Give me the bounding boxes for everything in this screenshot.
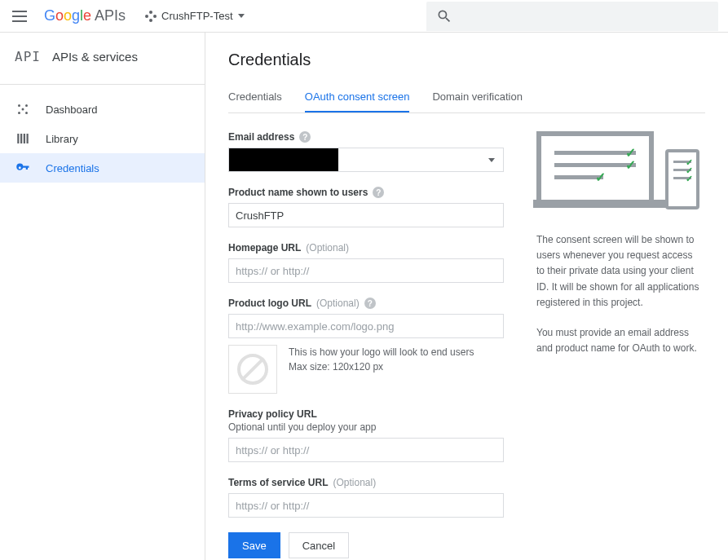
info-paragraph-1: The consent screen will be shown to user… bbox=[536, 232, 699, 311]
homepage-input[interactable] bbox=[228, 258, 504, 283]
tab-domain-verification[interactable]: Domain verification bbox=[432, 90, 523, 112]
tos-input[interactable] bbox=[228, 493, 504, 518]
svg-point-0 bbox=[22, 108, 24, 111]
help-icon[interactable]: ? bbox=[364, 298, 376, 309]
form-column: Email address ? Product name shown to us… bbox=[228, 131, 504, 558]
field-privacy: Privacy policy URL Optional until you de… bbox=[228, 408, 504, 462]
main-content: Credentials Credentials OAuth consent sc… bbox=[205, 33, 728, 560]
sidebar: API APIs & services Dashboard Library bbox=[0, 33, 205, 560]
help-icon[interactable]: ? bbox=[299, 131, 311, 143]
save-button[interactable]: Save bbox=[228, 532, 280, 558]
nav-library[interactable]: Library bbox=[0, 124, 205, 153]
svg-point-4 bbox=[25, 112, 28, 114]
library-icon bbox=[15, 131, 31, 146]
menu-icon[interactable] bbox=[10, 7, 29, 26]
svg-rect-7 bbox=[24, 134, 25, 143]
page-title: Credentials bbox=[228, 51, 705, 69]
project-name: CrushFTP-Test bbox=[161, 10, 232, 22]
email-value-redacted bbox=[229, 148, 338, 171]
api-mark: API bbox=[15, 49, 41, 64]
svg-point-2 bbox=[25, 104, 28, 107]
email-select[interactable] bbox=[228, 148, 504, 172]
privacy-sublabel: Optional until you deploy your app bbox=[228, 421, 504, 433]
caret-down-icon bbox=[488, 158, 495, 162]
field-logo-url: Product logo URL (Optional) ? This is ho… bbox=[228, 298, 504, 394]
project-icon bbox=[145, 11, 157, 22]
tab-credentials[interactable]: Credentials bbox=[228, 90, 282, 112]
info-paragraph-2: You must provide an email address and pr… bbox=[536, 325, 699, 356]
google-apis-logo[interactable]: Google APIs bbox=[44, 7, 126, 24]
cancel-button[interactable]: Cancel bbox=[289, 532, 349, 558]
logo-url-input[interactable] bbox=[228, 314, 504, 338]
project-picker[interactable]: CrushFTP-Test bbox=[140, 7, 249, 25]
info-column: ✓ ✓ ✓ ✓ ✓ ✓ The consent scre bbox=[536, 131, 699, 558]
caret-down-icon bbox=[238, 14, 245, 18]
logo-preview bbox=[228, 345, 277, 394]
svg-rect-6 bbox=[20, 134, 22, 143]
product-label: Product name shown to users bbox=[228, 187, 368, 198]
tabs: Credentials OAuth consent screen Domain … bbox=[228, 90, 705, 113]
nav-label: Credentials bbox=[46, 162, 99, 174]
field-tos: Terms of service URL (Optional) bbox=[228, 477, 504, 518]
logo-hint-size: Max size: 120x120 px bbox=[289, 359, 474, 374]
search-icon bbox=[436, 8, 452, 24]
logo-hint: This is how your logo will look to end u… bbox=[289, 345, 474, 359]
help-icon[interactable]: ? bbox=[373, 187, 384, 198]
optional-text: (Optional) bbox=[333, 477, 377, 488]
sidebar-header: API APIs & services bbox=[0, 33, 205, 85]
dashboard-icon bbox=[15, 102, 31, 117]
logo-url-label: Product logo URL bbox=[228, 298, 311, 309]
nav-credentials[interactable]: Credentials bbox=[0, 153, 205, 183]
search-bar[interactable] bbox=[426, 2, 718, 31]
optional-text: (Optional) bbox=[316, 298, 360, 309]
optional-text: (Optional) bbox=[306, 242, 349, 254]
privacy-label: Privacy policy URL bbox=[228, 408, 317, 420]
nav: Dashboard Library Credentials bbox=[0, 85, 205, 183]
nav-label: Library bbox=[46, 133, 78, 145]
nav-label: Dashboard bbox=[46, 104, 98, 116]
svg-rect-5 bbox=[17, 134, 19, 143]
no-image-icon bbox=[237, 354, 268, 385]
logo-suffix: APIs bbox=[95, 7, 126, 24]
top-bar: Google APIs CrushFTP-Test bbox=[0, 0, 728, 33]
privacy-input[interactable] bbox=[228, 438, 504, 462]
email-label: Email address bbox=[228, 131, 294, 143]
nav-dashboard[interactable]: Dashboard bbox=[0, 95, 205, 124]
tab-oauth-consent[interactable]: OAuth consent screen bbox=[305, 90, 410, 112]
key-icon bbox=[15, 161, 31, 175]
product-name-input[interactable] bbox=[228, 203, 504, 227]
svg-point-1 bbox=[18, 104, 20, 107]
sidebar-title: APIs & services bbox=[52, 50, 138, 64]
svg-rect-8 bbox=[27, 134, 29, 143]
consent-illustration: ✓ ✓ ✓ ✓ ✓ ✓ bbox=[536, 131, 699, 213]
homepage-label: Homepage URL bbox=[228, 242, 301, 254]
field-homepage: Homepage URL (Optional) bbox=[228, 242, 504, 283]
tos-label: Terms of service URL bbox=[228, 477, 329, 488]
field-product-name: Product name shown to users ? bbox=[228, 187, 504, 227]
svg-point-3 bbox=[18, 112, 20, 114]
field-email: Email address ? bbox=[228, 131, 504, 172]
